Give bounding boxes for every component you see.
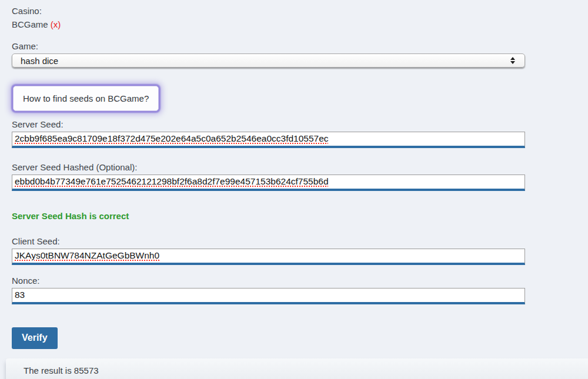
server-seed-label: Server Seed:: [12, 119, 588, 130]
verifier-form: Casino: BCGame (x) Game: hash dice How t…: [0, 0, 588, 379]
server-seed-hashed-group: Server Seed Hashed (Optional):: [12, 162, 588, 191]
client-seed-group: Client Seed:: [12, 236, 588, 265]
verify-button[interactable]: Verify: [12, 327, 58, 349]
client-seed-input[interactable]: [12, 249, 525, 265]
nonce-group: Nonce:: [12, 275, 588, 304]
server-seed-hashed-input[interactable]: [12, 175, 525, 191]
nonce-label: Nonce:: [12, 275, 588, 286]
casino-name: BCGame: [12, 19, 48, 29]
chevron-up-down-icon: [510, 57, 515, 64]
server-seed-input[interactable]: [12, 132, 525, 148]
server-seed-hashed-label: Server Seed Hashed (Optional):: [12, 162, 588, 173]
result-text: The result is 85573: [24, 365, 99, 375]
game-select-value: hash dice: [21, 56, 510, 66]
how-to-find-seeds-button[interactable]: How to find seeds on BCGame?: [13, 86, 159, 111]
client-seed-label: Client Seed:: [12, 236, 588, 247]
result-box: The result is 85573: [6, 358, 588, 379]
nonce-input[interactable]: [12, 288, 525, 304]
server-seed-group: Server Seed:: [12, 119, 588, 148]
casino-label: Casino:: [12, 5, 588, 16]
casino-row: BCGame (x): [12, 19, 588, 30]
game-select[interactable]: hash dice: [12, 53, 525, 68]
game-label: Game:: [12, 41, 588, 52]
hash-correct-status: Server Seed Hash is correct: [12, 210, 588, 222]
remove-casino-link[interactable]: (x): [51, 19, 61, 29]
